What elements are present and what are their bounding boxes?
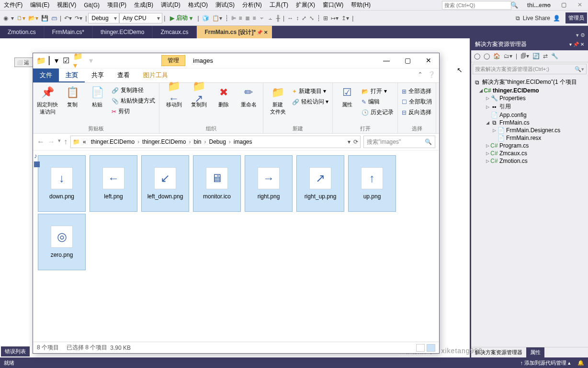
tree-row[interactable]: ⧉解决方案"thinger.ECIDemo"(1 个项目 [471,78,588,87]
history-button[interactable]: 🕓历史记录 [361,108,395,117]
spacing-icon[interactable]: ↦▾ [329,15,340,22]
solution-toolbar[interactable]: ◯◯🏠🗂▾|🗐▾🔄⇄🔧 [471,50,588,62]
search-files-input[interactable]: 搜索"images"🔍 [363,136,435,148]
file-item[interactable]: →right.png [245,155,293,212]
menu-item[interactable]: 调试(D) [157,0,184,11]
menu-item[interactable]: 文件(F) [0,0,26,11]
spacing-icon[interactable]: ⊞ [322,15,329,22]
spacing-icon[interactable]: ⤡ [308,15,316,22]
menu-item[interactable]: 项目(P) [103,0,130,11]
align-icon[interactable]: ≡ [237,15,244,22]
delete-button[interactable]: ✖删除 [212,85,235,108]
live-share-button[interactable]: ⧉ Live Share 👤 [516,15,560,22]
align-icon[interactable]: ╫ [275,15,282,22]
thumbnails-view-icon[interactable] [427,344,435,352]
save-all-icon[interactable]: 🗃 [50,15,58,22]
edit-button[interactable]: ✎编辑 [361,97,395,106]
platform-combo[interactable]: Any CPU [119,13,162,23]
bell-icon[interactable]: 🔔 [577,360,584,366]
menu-item[interactable]: 分析(N) [238,0,266,11]
minimize-icon[interactable]: — [539,0,555,11]
align-icon[interactable]: ≡ [251,15,258,22]
toolbar-icon[interactable]: 🧊 [201,15,211,22]
tree-row[interactable]: 📄FrmMain.resx [471,134,588,142]
copy-to-button[interactable]: 📁↗复制到 [187,85,210,108]
menu-item[interactable]: 窗口(W) [319,0,347,11]
context-tab[interactable]: 管理 [161,55,185,66]
new-item-button[interactable]: ✦新建项目 ▾ [291,87,329,96]
menu-item[interactable]: 扩展(X) [292,0,319,11]
close-icon[interactable]: ✕ [418,54,439,68]
move-to-button[interactable]: 📁←移动到 [162,85,185,108]
align-icon[interactable]: ⫟ [258,15,266,22]
menu-item[interactable]: 工具(T) [266,0,292,11]
tab-home[interactable]: 主页 [59,69,85,82]
maximize-icon[interactable]: ▢ [555,0,572,11]
close-icon[interactable]: ✕ [572,0,588,11]
panel-tabs[interactable]: 解决方案资源管理器 属性 [471,347,588,357]
tab-zmotion[interactable]: Zmotion.cs [0,26,44,38]
folder-icon[interactable]: 📁▾ [73,56,84,66]
menu-item[interactable]: 测试(S) [212,0,238,11]
refresh-icon[interactable]: ⟳ [353,138,358,145]
tab-frmmain-design[interactable]: FrmMain.cs [设计]* [197,26,272,38]
align-icon[interactable]: ⊫ [230,15,237,22]
toolbar-icon[interactable]: 📋▾ [211,15,224,22]
tab-view[interactable]: 查看 [111,69,136,82]
tree-row[interactable]: ◢C#thinger.ECIDemo [471,87,588,94]
pin-button[interactable]: 📌固定到快 速访问 [36,85,59,116]
copy-button[interactable]: 📋复制 [61,85,84,116]
spacing-icon[interactable]: ⤢ [300,15,308,22]
up-icon[interactable]: ↑ [64,138,68,146]
folder-icon[interactable]: 📁 [36,56,46,66]
tree-row[interactable]: ▷C#Zmotion.cs [471,157,588,165]
tab-frmmain[interactable]: FrmMain.cs* [45,26,92,38]
tree-row[interactable]: ▷C#Program.cs [471,142,588,150]
maximize-icon[interactable]: ▢ [397,54,418,68]
search-icon[interactable]: 🔍 [425,138,432,145]
file-item[interactable]: ↗right_up.png [296,155,344,212]
help-icon[interactable]: ❔ [428,71,435,80]
menu-item[interactable]: 帮助(H) [347,0,374,11]
menu-item[interactable]: 格式(O) [184,0,212,11]
redo-icon[interactable]: ↷▾ [73,15,84,22]
config-combo[interactable]: Debug [88,13,119,23]
tab-file[interactable]: 文件 [33,69,59,82]
file-item[interactable]: ↙left_down.png [141,155,189,212]
copy-path-button[interactable]: 🔗复制路径 [111,86,156,95]
rename-button[interactable]: ✏重命名 [237,85,260,108]
cut-button[interactable]: ✂剪切 [111,107,156,116]
file-list[interactable]: ♪ ↓down.png←left.png↙left_down.png🖥monit… [33,150,439,342]
tree-row[interactable]: ◢⧉FrmMain.cs [471,119,588,126]
file-item[interactable]: ←left.png [90,155,137,212]
tab-properties[interactable]: 属性 [526,347,544,357]
spacing-icon[interactable]: ↔ [286,15,294,22]
chevron-up-icon[interactable]: ⌃ [418,71,423,80]
menu-item[interactable]: Git(G) [80,0,103,10]
paste-button[interactable]: 📄粘贴 [86,85,109,116]
minimize-icon[interactable]: — [376,54,397,68]
undo-icon[interactable]: ↶▾ [63,15,73,22]
tree-row[interactable]: ▷📄FrmMain.Designer.cs [471,126,588,134]
details-view-icon[interactable] [416,344,425,352]
tab-thinger[interactable]: thinger.ECIDemo [93,26,152,38]
open-icon[interactable]: 📂▾ [27,15,40,22]
menu-item[interactable]: 视图(V) [53,0,80,11]
tree-row[interactable]: 📄App.config [471,111,588,119]
error-list-tab[interactable]: 错误列表 [1,346,30,356]
menu-item[interactable]: 编辑(E) [26,0,53,11]
file-item[interactable]: ↑up.png [348,155,396,212]
file-item[interactable]: ◎zero.png [38,214,86,270]
forward-icon[interactable]: → [47,138,55,146]
tree-row[interactable]: ▷▪▪引用 [471,102,588,111]
align-icon[interactable]: ⫠ [266,15,275,22]
tab-zmcaux[interactable]: Zmcaux.cs [153,26,196,38]
start-button[interactable]: ▶ 启动 ▾ [167,13,196,23]
new-folder-button[interactable]: 📁新建 文件夹 [266,85,289,115]
file-item[interactable]: ↓down.png [38,155,86,212]
tree-row[interactable]: ▷C#Zmcaux.cs [471,150,588,157]
align-icon[interactable]: ≣ [244,15,251,22]
search-icon[interactable]: 🔍 [510,1,518,9]
recent-icon[interactable]: ▾ [58,138,61,146]
paste-shortcut-button[interactable]: 📎粘贴快捷方式 [111,96,156,105]
